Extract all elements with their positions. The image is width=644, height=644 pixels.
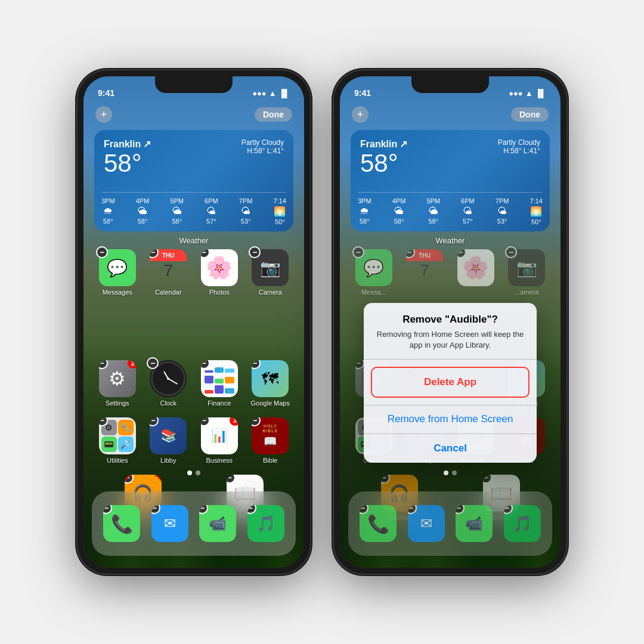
app-label-utilities: Utilities [107,457,128,464]
clock-center-dot [167,377,169,380]
app-icon-calendar-r: − THU 7 [406,249,443,286]
app-label-messages-r: Messa... [361,289,386,296]
dock-icon-phone: − 📞 [103,505,140,542]
app-grid-row1-left: − 💬 Messages − THU 7 Calendar [94,249,293,296]
app-icon-maps: − 🗺 [252,360,289,397]
app-icon-settings: − 2 ⚙ [99,360,136,397]
weather-icon-r3: 🌥 [429,206,438,216]
app-camera[interactable]: − 📷 Camera [247,249,294,296]
dock-mail[interactable]: − ✉ [151,505,188,542]
app-grid-row1-right: − 💬 Messa... − THU 7 [351,249,550,296]
weather-icon-r5: 🌤 [497,206,507,216]
status-time-left: 9:41 [98,88,114,98]
app-finance[interactable]: − Finance [196,360,243,407]
dock-icon-spotify: − 🎵 [247,505,284,542]
weather-condition-left: Partly Cloudy H:58° L:41° [242,138,284,155]
notch-left [155,76,233,93]
weather-icon-r4: 🌤 [463,206,472,216]
weather-hour-r3: 5PM 🌥 58° [426,197,440,225]
delete-app-button[interactable]: Delete App [371,367,530,398]
app-icon-camera-r: − 📷 [508,249,545,286]
messages-icon-r: 💬 [363,258,384,278]
app-icon-messages-r: − 💬 [355,249,392,286]
app-utilities[interactable]: − ⚙ 🔧 📟 🔎 Utilities [94,417,141,464]
done-button-right[interactable]: Done [511,107,549,122]
dock-phone[interactable]: − 📞 [103,505,140,542]
app-label-business: Business [206,457,233,464]
weather-hour-5: 7PM 🌤 53° [239,197,253,225]
dock-icon-phone-r: − 📞 [360,505,397,542]
app-icon-clock: − [150,360,187,397]
done-button-left[interactable]: Done [255,107,292,122]
add-widget-button[interactable]: + [95,106,112,123]
minus-badge-messages-r: − [352,246,364,258]
dock-icon-mail-r: − ✉ [408,505,445,542]
page-dots-right [340,470,561,475]
dock-icon-facetime-r: − 📹 [456,505,493,542]
app-settings[interactable]: − 2 ⚙ Settings [94,360,141,407]
weather-icon-3: 🌥 [172,206,182,216]
app-bible[interactable]: − HOLY BIBLE 📖 Bible [247,417,294,464]
weather-widget-left[interactable]: Franklin ↗ 58° Partly Cloudy H:58° L:41°… [94,130,293,231]
camera-icon: 📷 [260,258,281,278]
weather-icon-2: 🌥 [138,206,147,216]
dock-facetime-r[interactable]: − 📹 [456,505,493,542]
add-widget-button-right[interactable]: + [352,106,369,123]
dock-facetime[interactable]: − 📹 [199,505,236,542]
app-business[interactable]: − 3 📊 Business [196,417,243,464]
clock-face [153,363,184,394]
app-icon-utilities: − ⚙ 🔧 📟 🔎 [99,417,136,454]
app-calendar[interactable]: − THU 7 Calendar [145,249,192,296]
signal-icon: ●●● [252,89,267,98]
weather-widget-right[interactable]: Franklin ↗ 58° Partly Cloudy H:58° L:41°… [351,130,550,231]
phone-left: 9:41 ●●● ▲ ▐▌ + Done Franklin ↗ 58° [78,70,310,574]
app-label-libby: Libby [160,457,176,464]
dock-icon-mail: − ✉ [151,505,188,542]
location-arrow-icon-r: ↗ [400,138,407,150]
app-messages[interactable]: − 💬 Messages [94,249,141,296]
alert-delete-wrapper: Delete App [364,360,537,405]
weather-hour-3: 5PM 🌥 58° [170,197,184,225]
util-4: 🔎 [118,436,134,452]
notch-right [411,76,489,93]
weather-icon-r2: 🌥 [394,206,404,216]
app-icon-calendar: − THU 7 [150,249,187,286]
app-icon-photos: − 🌸 [201,249,238,286]
app-calendar-r: − THU 7 [402,249,448,296]
dock-mail-r[interactable]: − ✉ [408,505,445,542]
location-arrow-icon: ↗ [143,138,151,150]
dock-spotify[interactable]: − 🎵 [247,505,284,542]
util-2: 🔧 [118,420,134,435]
remove-from-homescreen-button[interactable]: Remove from Home Screen [364,405,537,434]
top-bar-left: + Done [83,103,304,126]
cancel-button[interactable]: Cancel [364,434,537,463]
app-grid-row2-left: − 2 ⚙ Settings − [94,360,293,407]
weather-hour-r2: 4PM 🌥 58° [392,197,406,225]
page-dot-r1 [444,470,448,475]
phone-screen-right: 9:41 ●●● ▲ ▐▌ + Done Franklin ↗ 58° [340,76,561,568]
app-icon-libby: − 📚 [150,417,187,454]
app-icon-bible: − HOLY BIBLE 📖 [252,417,289,454]
calendar-day-number: 7 [163,262,173,279]
weather-icon-6: 🌅 [274,206,286,217]
app-label-bible: Bible [263,457,277,464]
weather-condition-right: Partly Cloudy H:58° L:41° [498,138,540,155]
weather-hour-r6: 7:14 🌅 50° [530,197,543,225]
app-label-camera-r: ...amera [515,289,538,296]
weather-icon-r1: 🌧 [360,206,369,216]
app-photos[interactable]: − 🌸 Photos [196,249,243,296]
dock-phone-r[interactable]: − 📞 [360,505,397,542]
dock-spotify-r[interactable]: − 🎵 [504,505,541,542]
app-maps[interactable]: − 🗺 Google Maps [247,360,294,407]
app-libby[interactable]: − 📚 Libby [145,417,192,464]
status-icons-right: ●●● ▲ ▐▌ [509,89,546,98]
widget-label-left: Weather [83,236,304,245]
page-dot-r2 [452,470,457,475]
dock-right: − 📞 − ✉ − 📹 [348,491,552,556]
weather-hourly-right: 3PM 🌧 58° 4PM 🌥 58° 5PM 🌥 58° [358,192,543,225]
app-clock[interactable]: − Clock [145,360,192,407]
app-icon-camera: − 📷 [252,249,289,286]
widget-label-right: Weather [340,236,561,245]
weather-hour-6: 7:14 🌅 50° [274,197,286,225]
top-bar-right: + Done [340,103,561,126]
